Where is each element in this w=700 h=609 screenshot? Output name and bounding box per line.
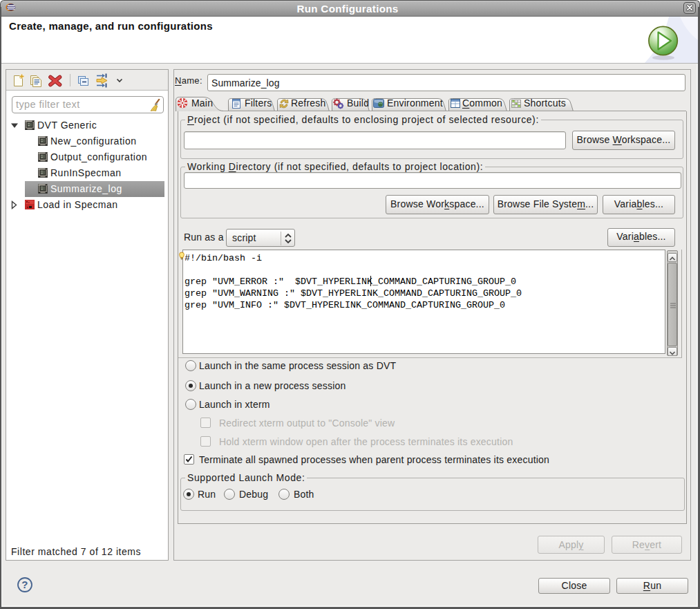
svg-text:?: ? xyxy=(21,579,28,590)
